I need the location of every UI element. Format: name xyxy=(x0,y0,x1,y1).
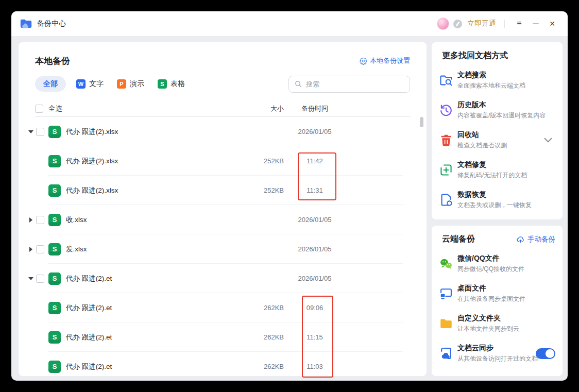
cloud-item[interactable]: 微信/QQ文件同步微信/QQ接收的文件 xyxy=(439,249,555,279)
row-checkbox[interactable] xyxy=(36,216,44,224)
cloud-item[interactable]: 桌面文件在其他设备同步桌面文件 xyxy=(439,279,555,309)
member-badge-icon xyxy=(453,20,462,28)
item-text: 文档搜索全面搜索本地和云端文档 xyxy=(457,71,525,90)
recover-item[interactable]: 回收站检查文档是否误删 xyxy=(439,125,555,155)
cloud-upload-icon xyxy=(516,235,525,244)
table-header: 全选 大小 备份时间 xyxy=(35,101,410,117)
file-type-icon: S xyxy=(48,155,61,167)
titlebar-divider xyxy=(504,20,505,28)
backup-time: 2026/01/05 xyxy=(284,216,346,224)
cloud-backup-panel: 云端备份 手动备份 微信/QQ文件同步微信/QQ接收的文件桌面文件在其他设备同步… xyxy=(432,226,563,376)
filter-tab-文字[interactable]: W文字 xyxy=(76,79,104,89)
recover-items: 文档搜索全面搜索本地和云端文档历史版本内容被覆盖/版本回退时恢复内容回收站检查文… xyxy=(439,65,555,215)
select-all-checkbox[interactable] xyxy=(35,105,43,113)
recover-item[interactable]: 文档修复修复乱码/无法打开的文档 xyxy=(439,155,555,185)
history-icon xyxy=(439,103,453,117)
backup-table: S代办 跟进(2).xlsx2026/01/05S代办 跟进(2).xlsx25… xyxy=(26,117,410,376)
file-name: 代办 跟进(2).xlsx xyxy=(66,186,235,195)
table-row[interactable]: S收.xlsx2026/01/05 xyxy=(26,205,410,234)
app-logo-icon xyxy=(20,18,33,30)
item-title: 自定义文件夹 xyxy=(457,314,519,323)
local-backup-settings-link[interactable]: 本地备份设置 xyxy=(360,56,410,65)
window-body: 本地备份 本地备份设置 全部W文字P演示S表格 xyxy=(11,36,568,381)
item-title: 文档云同步 xyxy=(457,344,536,353)
expand-icon[interactable] xyxy=(26,247,36,252)
side-column: 更多找回文档方式 文档搜索全面搜索本地和云端文档历史版本内容被覆盖/版本回退时恢… xyxy=(432,42,563,376)
file-name: 发.xlsx xyxy=(66,245,235,254)
desktop-icon xyxy=(439,286,453,301)
filter-tab-label: 文字 xyxy=(89,79,104,89)
row-checkbox[interactable] xyxy=(36,128,44,136)
item-title: 文档搜索 xyxy=(457,71,525,80)
toggle-knob xyxy=(546,349,554,358)
doc-sync-icon xyxy=(439,346,453,361)
file-type-icon: S xyxy=(48,272,61,285)
backup-time: 11:42 xyxy=(284,157,346,165)
menu-icon[interactable]: ≡ xyxy=(513,20,525,28)
item-text: 桌面文件在其他设备同步桌面文件 xyxy=(457,284,525,303)
manual-backup-link[interactable]: 手动备份 xyxy=(516,235,555,244)
minimize-icon[interactable]: ─ xyxy=(530,20,542,28)
file-type-icon: S xyxy=(48,243,61,255)
file-type-icon: S xyxy=(48,302,61,314)
local-backup-panel: 本地备份 本地备份设置 全部W文字P演示S表格 xyxy=(19,42,427,376)
recover-item[interactable]: 数据恢复文档丢失或误删，一键恢复 xyxy=(439,185,555,215)
item-text: 数据恢复文档丢失或误删，一键恢复 xyxy=(457,190,532,210)
filter-tab-全部[interactable]: 全部 xyxy=(35,76,66,92)
item-desc: 修复乱码/无法打开的文档 xyxy=(457,171,527,180)
item-title: 回收站 xyxy=(457,130,507,140)
table-row[interactable]: S代办 跟进(2).et2026/01/05 xyxy=(26,264,410,293)
collapse-icon[interactable] xyxy=(26,277,36,280)
file-name: 代办 跟进(2).et xyxy=(66,274,235,283)
scrollbar-thumb[interactable] xyxy=(420,117,423,127)
chevron-down-icon[interactable] xyxy=(541,133,555,147)
filter-tab-表格[interactable]: S表格 xyxy=(158,79,185,89)
panel-title: 本地备份 xyxy=(35,55,70,67)
file-type-icon: S xyxy=(48,361,61,373)
recover-item[interactable]: 文档搜索全面搜索本地和云端文档 xyxy=(439,65,555,95)
trash-icon xyxy=(439,133,453,147)
cloud-sync-toggle[interactable] xyxy=(536,348,555,359)
item-title: 历史版本 xyxy=(457,100,546,110)
close-icon[interactable]: ✕ xyxy=(546,20,558,27)
table-row[interactable]: S代办 跟进(2).et262KB11:15 xyxy=(26,322,410,352)
file-name: 代办 跟进(2).xlsx xyxy=(66,127,235,137)
search-box[interactable] xyxy=(288,76,410,93)
search-input[interactable] xyxy=(306,80,404,88)
backup-time: 11:03 xyxy=(284,363,346,370)
table-row[interactable]: S代办 跟进(2).xlsx2026/01/05 xyxy=(26,117,410,146)
backup-time: 11:15 xyxy=(284,333,346,341)
expand-icon[interactable] xyxy=(26,217,36,223)
file-size: 262KB xyxy=(235,333,284,341)
recover-item[interactable]: 历史版本内容被覆盖/版本回退时恢复内容 xyxy=(439,95,555,125)
app-title: 备份中心 xyxy=(37,19,66,28)
repair-icon xyxy=(439,163,453,177)
backup-time: 2026/01/05 xyxy=(284,275,346,282)
table-row[interactable]: S代办 跟进(2).xlsx252KB11:31 xyxy=(26,176,410,205)
collapse-icon[interactable] xyxy=(26,130,36,133)
recover-methods-panel: 更多找回文档方式 文档搜索全面搜索本地和云端文档历史版本内容被覆盖/版本回退时恢… xyxy=(432,42,563,219)
row-checkbox[interactable] xyxy=(36,245,44,253)
file-type-icon: S xyxy=(48,126,61,138)
file-name: 代办 跟进(2).et xyxy=(66,333,235,342)
table-row[interactable]: S代办 跟进(2).et262KB09:06 xyxy=(26,293,410,322)
titlebar: 备份中心 立即开通 ≡ ─ ✕ xyxy=(11,11,568,36)
table-row[interactable]: S代办 跟进(2).et262KB11:03 xyxy=(26,352,410,376)
doc-search-icon xyxy=(439,73,453,88)
item-text: 自定义文件夹让本地文件夹同步到云 xyxy=(457,314,519,333)
upgrade-link[interactable]: 立即开通 xyxy=(467,19,496,28)
row-checkbox[interactable] xyxy=(36,275,44,283)
item-desc: 检查文档是否误删 xyxy=(457,141,507,150)
cloud-item[interactable]: 自定义文件夹让本地文件夹同步到云 xyxy=(439,309,555,338)
table-row[interactable]: S发.xlsx2026/01/05 xyxy=(26,234,410,264)
backup-time: 2026/01/05 xyxy=(284,128,346,135)
cloud-panel-header: 云端备份 手动备份 xyxy=(442,234,555,245)
file-name: 代办 跟进(2).xlsx xyxy=(66,157,235,166)
item-desc: 内容被覆盖/版本回退时恢复内容 xyxy=(457,111,546,120)
cloud-item[interactable]: 文档云同步从其他设备访问打开过的文档 xyxy=(439,338,555,368)
filter-tab-label: 表格 xyxy=(171,79,185,89)
filter-tab-演示[interactable]: P演示 xyxy=(117,79,144,89)
avatar[interactable] xyxy=(437,18,449,30)
table-row[interactable]: S代办 跟进(2).xlsx252KB11:42 xyxy=(26,146,410,176)
backup-time: 11:31 xyxy=(284,186,346,194)
